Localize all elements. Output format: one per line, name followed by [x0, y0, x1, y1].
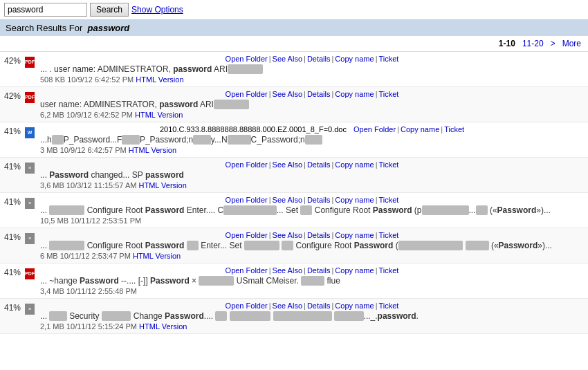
result-snippet: ... . user name: ADMINESTRATOR, password… [40, 64, 584, 74]
show-options-link[interactable]: Show Options [131, 5, 183, 15]
result-content: 2010.C.933.8.8888888.88888.000.EZ.0001_8… [40, 125, 584, 154]
pagination: 1-10 11-20 > More [0, 36, 588, 52]
generic-file-icon: ≡ [25, 163, 35, 174]
details-link[interactable]: Details [307, 196, 331, 204]
ticket-link[interactable]: Ticket [444, 125, 464, 133]
ticket-link[interactable]: Ticket [378, 90, 398, 98]
file-icon: PDF [25, 266, 37, 279]
result-size: 6,2 MB 10/9/12 6:42:52 PM [40, 111, 133, 119]
result-actions: Open Folder|See Also|Details|Copy name|T… [40, 90, 584, 98]
result-meta: 6,2 MB 10/9/12 6:42:52 PM HTML Version [40, 111, 584, 119]
copy-name-link[interactable]: Copy name [335, 302, 374, 310]
blurred-text: ██ [300, 205, 312, 215]
separator: | [304, 196, 306, 204]
result-content: Open Folder|See Also|Details|Copy name|T… [40, 266, 584, 295]
separator: | [269, 302, 271, 310]
see-also-link[interactable]: See Also [273, 266, 302, 275]
result-snippet: ... Password changed... SP password [40, 170, 584, 180]
ticket-link[interactable]: Ticket [378, 266, 398, 275]
copy-name-link[interactable]: Copy name [401, 125, 439, 133]
ticket-link[interactable]: Ticket [378, 55, 398, 63]
file-icon: ≡ [25, 160, 37, 174]
see-also-link[interactable]: See Also [273, 160, 302, 169]
blurred-text: ██████ [228, 64, 263, 74]
see-also-link[interactable]: See Also [273, 90, 302, 98]
html-version-link[interactable]: HTML Version [139, 322, 187, 331]
result-filename: 2010.C.933.8.8888888.88888.000.EZ.0001_8… [160, 125, 347, 133]
open-folder-link[interactable]: Open Folder [226, 266, 268, 275]
pagination-next-arrow[interactable]: > [551, 39, 555, 48]
result-item: 41%≡Open Folder|See Also|Details|Copy na… [0, 193, 588, 228]
result-content: Open Folder|See Also|Details|Copy name|T… [40, 196, 584, 225]
separator: | [304, 231, 306, 239]
copy-name-link[interactable]: Copy name [335, 55, 374, 63]
open-folder-link[interactable]: Open Folder [226, 55, 268, 63]
details-link[interactable]: Details [307, 55, 331, 63]
result-snippet: ... ███ Security █████ Change Password..… [40, 311, 584, 321]
blurred-text: ██ [187, 241, 199, 250]
copy-name-link[interactable]: Copy name [335, 160, 374, 169]
separator: | [269, 196, 271, 204]
open-folder-link[interactable]: Open Folder [226, 302, 268, 310]
result-actions: Open Folder|See Also|Details|Copy name|T… [40, 302, 584, 310]
open-folder-link[interactable]: Open Folder [226, 160, 268, 169]
copy-name-link[interactable]: Copy name [335, 231, 374, 239]
see-also-link[interactable]: See Also [273, 196, 302, 204]
details-link[interactable]: Details [307, 302, 331, 310]
results-header: Search Results For password [0, 20, 588, 36]
search-input[interactable] [4, 3, 87, 17]
blurred-text: █████████ [223, 205, 277, 215]
results-header-prefix: Search Results For [6, 23, 82, 33]
details-link[interactable]: Details [307, 231, 331, 239]
separator: | [269, 160, 271, 169]
separator: | [269, 55, 271, 63]
blurred-text: ███████ [230, 311, 271, 321]
blurred-text: ██ [52, 135, 64, 145]
ticket-link[interactable]: Ticket [378, 302, 398, 310]
open-folder-link[interactable]: Open Folder [226, 196, 268, 204]
result-meta: 6 MB 10/11/12 2:53:47 PM HTML Version [40, 252, 584, 260]
details-link[interactable]: Details [307, 90, 331, 98]
html-version-link[interactable]: HTML Version [135, 111, 183, 119]
ticket-link[interactable]: Ticket [378, 160, 398, 169]
pdf-icon: PDF [25, 92, 35, 103]
blurred-text: ██████ [244, 241, 279, 250]
see-also-link[interactable]: See Also [273, 55, 302, 63]
details-link[interactable]: Details [307, 266, 331, 275]
separator: | [332, 55, 334, 63]
separator: | [332, 160, 334, 169]
copy-name-link[interactable]: Copy name [335, 90, 374, 98]
ticket-link[interactable]: Ticket [378, 231, 398, 239]
blurred-text: ████ [466, 241, 489, 250]
search-button[interactable]: Search [90, 3, 129, 17]
generic-file-icon: ≡ [25, 304, 35, 315]
pagination-next-range[interactable]: 11-20 [522, 39, 544, 48]
html-version-link[interactable]: HTML Version [136, 75, 183, 84]
html-version-link[interactable]: HTML Version [139, 181, 187, 189]
details-link[interactable]: Details [307, 160, 331, 169]
file-icon: ≡ [25, 231, 37, 244]
see-also-link[interactable]: See Also [273, 231, 302, 239]
copy-name-link[interactable]: Copy name [335, 266, 374, 275]
blurred-text: ███ [122, 135, 140, 145]
pagination-more[interactable]: More [562, 39, 581, 48]
generic-file-icon: ≡ [25, 233, 35, 244]
result-item: 41%PDFOpen Folder|See Also|Details|Copy … [0, 263, 588, 299]
separator: | [304, 55, 306, 63]
result-meta: 508 KB 10/9/12 6:42:52 PM HTML Version [40, 75, 584, 84]
separator: | [269, 90, 271, 98]
separator: | [304, 90, 306, 98]
open-folder-link[interactable]: Open Folder [226, 231, 268, 239]
html-version-link[interactable]: HTML Version [133, 252, 181, 260]
file-icon: W [25, 125, 37, 138]
see-also-link[interactable]: See Also [273, 302, 302, 310]
open-folder-link[interactable]: Open Folder [226, 90, 268, 98]
copy-name-link[interactable]: Copy name [335, 196, 374, 204]
result-percent: 41% [4, 231, 25, 242]
result-actions: Open Folder|See Also|Details|Copy name|T… [40, 196, 584, 204]
html-version-link[interactable]: HTML Version [129, 146, 176, 154]
open-folder-link[interactable]: Open Folder [353, 125, 396, 133]
result-actions: 2010.C.933.8.8888888.88888.000.EZ.0001_8… [40, 125, 584, 133]
pagination-current: 1-10 [499, 39, 515, 48]
ticket-link[interactable]: Ticket [378, 196, 398, 204]
